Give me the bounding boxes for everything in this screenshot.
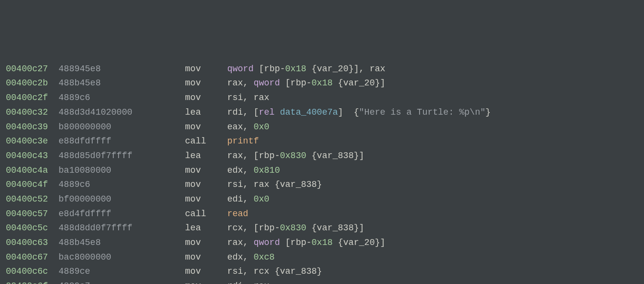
opcode-bytes: 4889c6	[59, 93, 185, 102]
mnemonic: mov	[185, 266, 227, 276]
opcode-bytes: e8d4fdffff	[59, 209, 185, 219]
operand-token-dataref[interactable]: data_400e7a	[280, 107, 338, 117]
disasm-line[interactable]: 00400c63 488b45e8 mov rax, qword [rbp-0x…	[6, 236, 638, 250]
address[interactable]: 00400c27	[6, 64, 48, 74]
operand-token-punct: , [	[243, 223, 259, 233]
operand-token-punct: ,	[243, 122, 254, 132]
disasm-line[interactable]: 00400c67 bac8000000 mov edx, 0xc8	[6, 250, 638, 265]
disasm-line[interactable]: 00400c6f 4889c7 mov rdi, rax	[6, 279, 638, 284]
address[interactable]: 00400c39	[6, 122, 48, 132]
disasm-line[interactable]: 00400c4a ba10080000 mov edx, 0x810	[6, 163, 638, 178]
disasm-line[interactable]: 00400c4f 4889c6 mov rsi, rax {var_838}	[6, 178, 638, 192]
disasm-line[interactable]: 00400c57 e8d4fdffff call read	[6, 207, 638, 222]
mnemonic: lea	[185, 151, 227, 161]
operand-token-punct: ,	[243, 266, 254, 276]
operand-token-num: 0x810	[254, 165, 280, 175]
disasm-line[interactable]: 00400c39 b800000000 mov eax, 0x0	[6, 120, 638, 135]
opcode-bytes: 488b45e8	[59, 238, 185, 247]
disasm-line[interactable]: 00400c6c 4889ce mov rsi, rcx {var_838}	[6, 264, 638, 279]
operand-token-var[interactable]: var_838	[317, 151, 354, 161]
operand-token-reg: edi	[227, 194, 243, 204]
operand-token-kw: qword	[227, 64, 254, 74]
operand-token-punct: -	[275, 151, 280, 161]
address[interactable]: 00400c43	[6, 151, 48, 161]
operand-token-punct: ,	[243, 165, 254, 175]
address[interactable]: 00400c5c	[6, 223, 48, 233]
address[interactable]: 00400c52	[6, 194, 48, 204]
operand-token-punct: }]	[375, 238, 385, 247]
operand-token-num: 0x18	[312, 78, 333, 88]
mnemonic: mov	[185, 78, 227, 88]
address[interactable]: 00400c67	[6, 252, 48, 262]
operand-token-sym[interactable]: printf	[227, 136, 259, 146]
operand-token-kw: rel	[259, 107, 275, 117]
mnemonic: mov	[185, 64, 227, 74]
address[interactable]: 00400c4a	[6, 165, 48, 175]
disasm-line[interactable]: 00400c5c 488d8dd0f7ffff lea rcx, [rbp-0x…	[6, 221, 638, 236]
operand-token-punct: }],	[348, 64, 369, 74]
mnemonic: mov	[185, 194, 227, 204]
operand-token-punct: }	[317, 266, 322, 276]
operand-token-punct: {	[306, 64, 317, 74]
operand-token-reg: rax	[369, 64, 385, 74]
address[interactable]: 00400c6f	[6, 281, 48, 284]
operand-token-punct: {	[269, 266, 280, 276]
operand-token-punct: ,	[243, 238, 254, 247]
operand-token-punct: {	[333, 238, 343, 247]
operand-token-punct: {	[306, 223, 317, 233]
mnemonic: lea	[185, 107, 227, 117]
address[interactable]: 00400c4f	[6, 180, 48, 189]
opcode-bytes: e88dfdffff	[59, 136, 185, 146]
operand-token-var[interactable]: var_838	[317, 223, 354, 233]
address[interactable]: 00400c32	[6, 107, 48, 117]
address[interactable]: 00400c57	[6, 209, 48, 219]
disasm-line[interactable]: 00400c2b 488b45e8 mov rax, qword [rbp-0x…	[6, 76, 638, 91]
mnemonic: mov	[185, 93, 227, 102]
mnemonic: mov	[185, 252, 227, 262]
operand-token-reg: rcx	[227, 223, 243, 233]
mnemonic: mov	[185, 281, 227, 284]
operand-token-sym[interactable]: read	[227, 209, 248, 219]
operand-token-reg: eax	[227, 122, 243, 132]
disasm-line[interactable]: 00400c2f 4889c6 mov rsi, rax	[6, 91, 638, 105]
operand-token-punct	[275, 107, 280, 117]
disasm-line[interactable]: 00400c32 488d3d41020000 lea rdi, [rel da…	[6, 105, 638, 120]
disasm-line[interactable]: 00400c3e e88dfdffff call printf	[6, 134, 638, 149]
operand-token-var[interactable]: var_20	[343, 238, 375, 247]
operand-token-var[interactable]: var_838	[280, 266, 317, 276]
disassembly-listing: 00400c27 488945e8 mov qword [rbp-0x18 {v…	[6, 62, 638, 284]
operand-token-reg: rbp	[290, 78, 306, 88]
disasm-line[interactable]: 00400c43 488d85d0f7ffff lea rax, [rbp-0x…	[6, 149, 638, 163]
operand-token-punct: ,	[243, 180, 254, 189]
address[interactable]: 00400c6c	[6, 266, 48, 276]
operand-token-punct: , [	[243, 107, 259, 117]
operand-token-punct: -	[280, 64, 285, 74]
operand-token-reg: rbp	[259, 223, 275, 233]
operand-token-kw: qword	[254, 78, 280, 88]
address[interactable]: 00400c3e	[6, 136, 48, 146]
operand-token-punct: [	[254, 64, 264, 74]
address[interactable]: 00400c2f	[6, 93, 48, 102]
opcode-bytes: 488d8dd0f7ffff	[59, 223, 185, 233]
opcode-bytes: b800000000	[59, 122, 185, 132]
mnemonic: mov	[185, 122, 227, 132]
opcode-bytes: 488d85d0f7ffff	[59, 151, 185, 161]
opcode-bytes: 4889c6	[59, 180, 185, 189]
operand-token-punct: -	[306, 238, 312, 247]
operand-token-var[interactable]: var_20	[343, 78, 375, 88]
operand-token-punct: ] {	[338, 107, 359, 117]
operand-token-punct: , [	[243, 151, 259, 161]
operand-token-num: 0x0	[254, 194, 269, 204]
disasm-line[interactable]: 00400c52 bf00000000 mov edi, 0x0	[6, 192, 638, 207]
address[interactable]: 00400c2b	[6, 78, 48, 88]
mnemonic: mov	[185, 238, 227, 247]
operand-token-var[interactable]: var_838	[280, 180, 317, 189]
operand-token-reg: rdi	[227, 107, 243, 117]
disasm-line[interactable]: 00400c27 488945e8 mov qword [rbp-0x18 {v…	[6, 62, 638, 77]
mnemonic: lea	[185, 223, 227, 233]
operand-token-var[interactable]: var_20	[317, 64, 348, 74]
operand-token-reg: edx	[227, 252, 243, 262]
operand-token-punct: ,	[243, 93, 254, 102]
address[interactable]: 00400c63	[6, 238, 48, 247]
operand-token-punct: {	[333, 78, 343, 88]
